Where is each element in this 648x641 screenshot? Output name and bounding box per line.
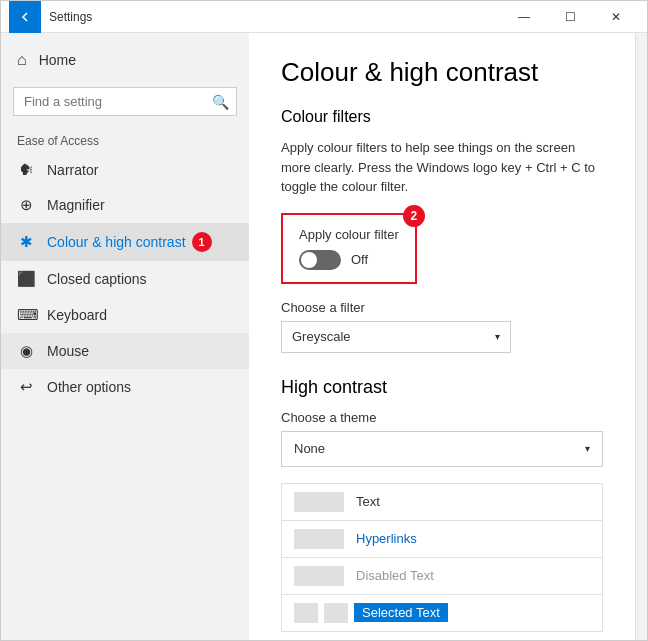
colour-filter-toggle[interactable] (299, 250, 341, 270)
colour-label: Colour & high contrast (47, 234, 186, 250)
narrator-icon: 🗣 (17, 161, 35, 178)
hyperlinks-swatch (294, 529, 344, 549)
sidebar-item-keyboard[interactable]: ⌨ Keyboard (1, 297, 249, 333)
toggle-state-label: Off (351, 252, 368, 267)
close-button[interactable]: ✕ (593, 1, 639, 33)
other-icon: ↩ (17, 378, 35, 396)
selected-swatch1 (294, 603, 318, 623)
home-label: Home (39, 52, 76, 68)
colour-icon: ✱ (17, 233, 35, 251)
theme-preview: Text Hyperlinks Disabled Text Selected T… (281, 483, 603, 632)
preview-row-text: Text (282, 484, 602, 521)
toggle-knob (301, 252, 317, 268)
choose-theme-label: Choose a theme (281, 410, 603, 425)
search-input[interactable] (13, 87, 237, 116)
titlebar: Settings — ☐ ✕ (1, 1, 647, 33)
colour-filters-title: Colour filters (281, 108, 603, 126)
main-layout: ⌂ Home 🔍 Ease of Access 🗣 Narrator ⊕ Mag… (1, 33, 647, 640)
disabled-swatch (294, 566, 344, 586)
sidebar-item-magnifier[interactable]: ⊕ Magnifier (1, 187, 249, 223)
sidebar-item-home[interactable]: ⌂ Home (1, 41, 249, 79)
toggle-row: Off (299, 250, 399, 270)
theme-dropdown-arrow: ▾ (585, 443, 590, 454)
selected-swatch2 (324, 603, 348, 623)
maximize-button[interactable]: ☐ (547, 1, 593, 33)
home-icon: ⌂ (17, 51, 27, 69)
search-icon: 🔍 (212, 94, 229, 110)
minimize-button[interactable]: — (501, 1, 547, 33)
narrator-label: Narrator (47, 162, 98, 178)
choose-filter-label: Choose a filter (281, 300, 603, 315)
filter-dropdown-value: Greyscale (292, 329, 351, 344)
search-container: 🔍 (13, 87, 237, 116)
preview-text-disabled: Disabled Text (356, 568, 434, 583)
sidebar-section-label: Ease of Access (1, 124, 249, 152)
back-icon (17, 9, 33, 25)
mouse-label: Mouse (47, 343, 89, 359)
preview-row-selected: Selected Text (282, 595, 602, 631)
preview-text-selected: Selected Text (354, 603, 448, 622)
step1-badge: 1 (192, 232, 212, 252)
sidebar-item-other-options[interactable]: ↩ Other options (1, 369, 249, 405)
keyboard-label: Keyboard (47, 307, 107, 323)
settings-window: Settings — ☐ ✕ ⌂ Home 🔍 Ease of Access 🗣… (0, 0, 648, 641)
scrollbar[interactable] (635, 33, 647, 640)
magnifier-icon: ⊕ (17, 196, 35, 214)
sidebar-item-narrator[interactable]: 🗣 Narrator (1, 152, 249, 187)
filter-dropdown-arrow: ▾ (495, 331, 500, 342)
page-title: Colour & high contrast (281, 57, 603, 88)
apply-filter-box: Apply colour filter Off 2 (281, 213, 417, 284)
theme-dropdown-value: None (294, 441, 325, 456)
sidebar-item-closed-captions[interactable]: ⬛ Closed captions (1, 261, 249, 297)
magnifier-label: Magnifier (47, 197, 105, 213)
step2-badge: 2 (403, 205, 425, 227)
window-title: Settings (49, 10, 501, 24)
sidebar-item-colour-contrast[interactable]: ✱ Colour & high contrast 1 (1, 223, 249, 261)
back-button[interactable] (9, 1, 41, 33)
preview-row-hyperlinks: Hyperlinks (282, 521, 602, 558)
colour-filters-description: Apply colour filters to help see things … (281, 138, 603, 197)
main-content: Colour & high contrast Colour filters Ap… (249, 33, 635, 640)
apply-filter-label: Apply colour filter (299, 227, 399, 242)
preview-text-normal: Text (356, 494, 380, 509)
captions-label: Closed captions (47, 271, 147, 287)
high-contrast-title: High contrast (281, 377, 603, 398)
theme-dropdown[interactable]: None ▾ (281, 431, 603, 467)
sidebar-item-mouse[interactable]: ◉ Mouse (1, 333, 249, 369)
window-controls: — ☐ ✕ (501, 1, 639, 33)
other-label: Other options (47, 379, 131, 395)
keyboard-icon: ⌨ (17, 306, 35, 324)
preview-row-disabled: Disabled Text (282, 558, 602, 595)
text-swatch (294, 492, 344, 512)
filter-dropdown[interactable]: Greyscale ▾ (281, 321, 511, 353)
mouse-icon: ◉ (17, 342, 35, 360)
captions-icon: ⬛ (17, 270, 35, 288)
sidebar: ⌂ Home 🔍 Ease of Access 🗣 Narrator ⊕ Mag… (1, 33, 249, 640)
preview-text-link: Hyperlinks (356, 531, 417, 546)
